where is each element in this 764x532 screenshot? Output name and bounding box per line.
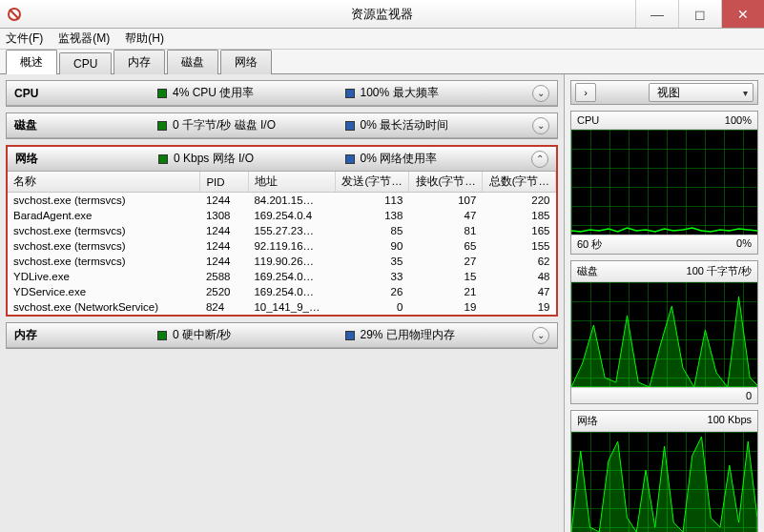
graph-cpu: CPU100% 60 秒0%	[570, 111, 758, 255]
minimize-button[interactable]: —	[635, 0, 678, 28]
cell-total: 48	[482, 269, 555, 284]
tab-memory[interactable]: 内存	[114, 50, 165, 74]
cell-name: svchost.exe (termsvcs)	[8, 238, 200, 254]
svg-marker-0	[571, 297, 757, 387]
expand-icon[interactable]: ⌄	[532, 85, 549, 102]
cpu-chart	[571, 130, 757, 235]
cell-recv: 27	[408, 254, 482, 269]
mem-stat1: 0 硬中断/秒	[173, 327, 231, 343]
cell-addr: 92.119.16…	[248, 238, 335, 254]
graph-network: 网络100 Kbps	[570, 410, 758, 532]
graph-disk: 磁盘100 千字节/秒 0	[570, 260, 758, 404]
cell-name: svchost.exe (termsvcs)	[8, 193, 200, 209]
collapse-icon[interactable]: ⌃	[531, 151, 548, 168]
table-row[interactable]: svchost.exe (termsvcs)1244155.27.23…8581…	[8, 223, 556, 238]
section-cpu-title: CPU	[14, 87, 148, 100]
col-pid[interactable]: PID	[200, 172, 248, 193]
square-icon	[157, 121, 167, 131]
section-memory: 内存 0 硬中断/秒 29% 已用物理内存 ⌄	[6, 322, 558, 349]
table-row[interactable]: svchost.exe (termsvcs)124492.119.16…9065…	[8, 238, 556, 254]
square-icon	[158, 154, 168, 164]
cell-addr: 169.254.0…	[248, 269, 335, 284]
cell-send: 26	[335, 284, 408, 299]
section-disk-header[interactable]: 磁盘 0 千字节/秒 磁盘 I/O 0% 最长活动时间 ⌄	[7, 113, 557, 138]
cell-pid: 1244	[200, 254, 248, 269]
expand-icon[interactable]: ⌄	[532, 117, 549, 134]
table-row[interactable]: YDLive.exe2588169.254.0…331548	[8, 269, 556, 284]
cell-total: 47	[482, 284, 555, 299]
cell-pid: 1244	[200, 193, 248, 209]
square-icon	[157, 331, 167, 340]
right-pane: › 视图 CPU100% 60 秒0% 磁盘100 千字节/秒 0	[564, 74, 764, 532]
cell-total: 155	[482, 238, 555, 254]
section-memory-header[interactable]: 内存 0 硬中断/秒 29% 已用物理内存 ⌄	[7, 323, 557, 348]
tab-overview[interactable]: 概述	[6, 50, 57, 74]
network-table: 名称 PID 地址 发送(字节… 接收(字节… 总数(字节… svchost.e…	[8, 172, 556, 315]
view-label: 视图	[657, 85, 680, 101]
tab-network[interactable]: 网络	[220, 50, 272, 74]
cell-pid: 2520	[200, 284, 248, 299]
cell-addr: 10_141_9_…	[248, 299, 335, 315]
col-addr[interactable]: 地址	[248, 172, 335, 193]
col-send[interactable]: 发送(字节…	[335, 172, 408, 193]
graph-cpu-min: 0%	[736, 237, 752, 252]
collapse-panel-button[interactable]: ›	[575, 83, 596, 102]
cell-send: 33	[335, 269, 408, 284]
cpu-stat2: 100% 最大频率	[361, 85, 439, 101]
section-network-header[interactable]: 网络 0 Kbps 网络 I/O 0% 网络使用率 ⌃	[8, 147, 556, 172]
mem-stat2: 29% 已用物理内存	[361, 327, 455, 343]
graph-disk-min: 0	[746, 390, 752, 401]
square-icon	[345, 89, 355, 98]
table-row[interactable]: svchost.exe (NetworkService)82410_141_9_…	[8, 299, 556, 315]
cell-addr: 84.201.15…	[248, 193, 335, 209]
table-row[interactable]: YDService.exe2520169.254.0…262147	[8, 284, 556, 299]
graph-net-max: 100 Kbps	[708, 414, 752, 428]
cell-name: BaradAgent.exe	[8, 208, 200, 223]
cell-total: 165	[482, 223, 555, 238]
section-cpu-header[interactable]: CPU 4% CPU 使用率 100% 最大频率 ⌄	[7, 81, 557, 106]
disk-chart	[571, 282, 757, 387]
table-row[interactable]: svchost.exe (termsvcs)1244119.90.26…3527…	[8, 254, 556, 269]
cell-recv: 107	[408, 193, 482, 209]
col-name[interactable]: 名称	[8, 172, 200, 193]
graph-cpu-max: 100%	[725, 114, 752, 126]
disk-stat1: 0 千字节/秒 磁盘 I/O	[173, 117, 276, 133]
cell-send: 85	[335, 223, 408, 238]
expand-icon[interactable]: ⌄	[532, 327, 549, 344]
cell-total: 19	[482, 299, 555, 315]
cell-total: 185	[482, 208, 555, 223]
title-bar: 资源监视器 — ◻ ✕	[0, 0, 764, 29]
close-button[interactable]: ✕	[721, 0, 764, 28]
section-net-title: 网络	[15, 151, 149, 167]
cell-pid: 1308	[200, 208, 248, 223]
cell-pid: 1244	[200, 223, 248, 238]
tab-disk[interactable]: 磁盘	[167, 50, 218, 74]
col-recv[interactable]: 接收(字节…	[408, 172, 482, 193]
cell-addr: 169.254.0…	[248, 284, 335, 299]
cell-recv: 81	[408, 223, 482, 238]
table-row[interactable]: svchost.exe (termsvcs)124484.201.15…1131…	[8, 193, 556, 209]
disk-stat2: 0% 最长活动时间	[361, 117, 449, 133]
square-icon	[157, 89, 167, 98]
menu-help[interactable]: 帮助(H)	[125, 31, 164, 47]
net-stat1: 0 Kbps 网络 I/O	[174, 151, 254, 167]
section-mem-title: 内存	[14, 327, 148, 343]
table-row[interactable]: BaradAgent.exe1308169.254.0.413847185	[8, 208, 556, 223]
cell-name: svchost.exe (termsvcs)	[8, 254, 200, 269]
section-cpu: CPU 4% CPU 使用率 100% 最大频率 ⌄	[6, 80, 558, 107]
tab-cpu[interactable]: CPU	[59, 52, 112, 74]
view-selector[interactable]: 视图	[649, 83, 754, 102]
maximize-button[interactable]: ◻	[678, 0, 721, 28]
graph-disk-max: 100 千字节/秒	[687, 264, 752, 278]
net-stat2: 0% 网络使用率	[361, 151, 438, 167]
table-header-row: 名称 PID 地址 发送(字节… 接收(字节… 总数(字节…	[8, 172, 556, 193]
graph-disk-title: 磁盘	[577, 264, 598, 278]
net-chart	[571, 432, 757, 532]
col-total[interactable]: 总数(字节…	[482, 172, 555, 193]
cpu-stat1: 4% CPU 使用率	[173, 85, 254, 101]
graph-cpu-xlabel: 60 秒	[577, 237, 602, 252]
menu-file[interactable]: 文件(F)	[6, 31, 43, 47]
cell-total: 220	[482, 193, 555, 209]
menu-monitor[interactable]: 监视器(M)	[58, 31, 110, 47]
cell-addr: 119.90.26…	[248, 254, 335, 269]
